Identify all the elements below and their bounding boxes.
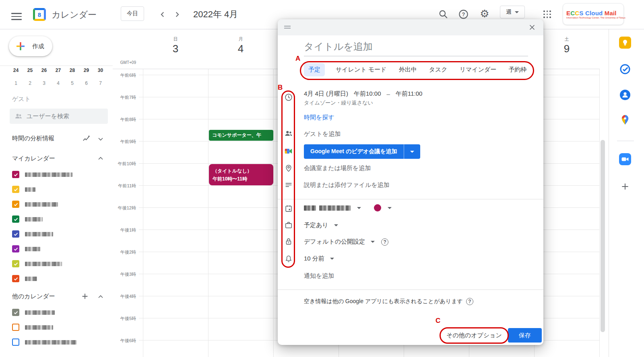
add-meet-button[interactable]: Google Meet のビデオ会議を追加: [304, 144, 420, 159]
maps-icon[interactable]: [619, 113, 632, 126]
calendar-logo-icon[interactable]: 8: [33, 8, 46, 21]
visibility-help-icon[interactable]: ?: [381, 238, 388, 246]
my-calendar-row[interactable]: [12, 245, 40, 253]
mini-calendar-day[interactable]: 4: [51, 80, 65, 86]
notification-selector[interactable]: 10 分前: [304, 255, 334, 263]
my-calendar-row[interactable]: [12, 275, 37, 283]
day-number[interactable]: 4: [229, 43, 253, 55]
calendar-checkbox[interactable]: [12, 215, 19, 223]
my-calendars-collapse-icon[interactable]: [97, 154, 105, 162]
mini-calendar-day[interactable]: 5: [65, 80, 79, 86]
search-icon[interactable]: [437, 8, 449, 20]
main-menu-button[interactable]: [11, 11, 22, 22]
my-calendar-row[interactable]: [12, 260, 62, 268]
calendar-checkbox[interactable]: [12, 201, 19, 208]
add-guests-field[interactable]: ゲストを追加: [304, 130, 341, 138]
calendar-owner-row[interactable]: [304, 204, 392, 211]
mini-calendar-day[interactable]: 3: [37, 80, 51, 86]
apps-grid-icon[interactable]: [543, 10, 551, 18]
add-description-field[interactable]: 説明または添付ファイルを追加: [304, 181, 390, 189]
current-date-range[interactable]: 2022年 4月: [193, 8, 238, 21]
calendar-checkbox[interactable]: [12, 339, 19, 346]
mini-calendar-day[interactable]: 2: [23, 80, 37, 86]
calendar-checkbox[interactable]: [12, 275, 19, 282]
close-icon[interactable]: [526, 22, 538, 33]
datetime-row[interactable]: 4月 4日 (月曜日) 午前10:00 – 午前11:00: [304, 90, 422, 98]
end-time[interactable]: 午前11:00: [396, 90, 422, 98]
insights-chevron-down-icon[interactable]: [97, 135, 105, 143]
vertical-scrollbar[interactable]: [601, 140, 605, 332]
mini-calendar-day[interactable]: 28: [65, 68, 79, 73]
contacts-icon[interactable]: [619, 88, 632, 101]
mini-calendar-day[interactable]: 26: [37, 68, 51, 73]
my-calendar-row[interactable]: [12, 185, 35, 193]
day-name: 日: [163, 36, 188, 42]
calendar-checkbox[interactable]: [12, 186, 19, 193]
other-calendar-row[interactable]: [12, 308, 55, 316]
find-time-link[interactable]: 時間を探す: [304, 114, 334, 121]
insights-icon: [82, 134, 91, 143]
calendar-color-dot[interactable]: [374, 204, 381, 211]
other-calendars-collapse-icon[interactable]: [97, 293, 105, 301]
calendar-checkbox[interactable]: [12, 245, 19, 252]
mini-calendar-day[interactable]: 24: [9, 68, 23, 73]
event-untitled[interactable]: （タイトルなし） 午前10時〜11時: [209, 164, 273, 185]
calendar-checkbox[interactable]: [12, 324, 19, 331]
calendar-checkbox[interactable]: [12, 171, 19, 178]
mini-calendar-week-row[interactable]: 24252627282930: [9, 68, 108, 73]
dialog-drag-bar[interactable]: [278, 19, 543, 35]
day-number[interactable]: 3: [163, 43, 188, 55]
help-icon[interactable]: ?: [457, 8, 469, 20]
other-calendar-row[interactable]: [12, 323, 53, 331]
add-notification-link[interactable]: 通知を追加: [304, 272, 334, 280]
add-location-field[interactable]: 会議室または場所を追加: [304, 164, 371, 172]
view-selector[interactable]: 週: [500, 6, 525, 18]
insights-label: 時間の分析情報: [12, 135, 54, 142]
my-calendar-row[interactable]: [12, 215, 43, 223]
guest-search-input[interactable]: ユーザーを検索: [10, 109, 108, 124]
today-button[interactable]: 今日: [121, 6, 144, 21]
app-title: カレンダー: [52, 9, 97, 21]
calendar-checkbox[interactable]: [12, 230, 19, 238]
mini-calendar-day[interactable]: 27: [51, 68, 65, 73]
create-button[interactable]: 作成: [9, 36, 52, 56]
my-calendar-row[interactable]: [12, 170, 72, 178]
settings-gear-icon[interactable]: ⚙: [478, 7, 491, 20]
my-calendar-row[interactable]: [12, 200, 58, 208]
prev-week-icon[interactable]: [157, 9, 168, 20]
chevron-down-icon[interactable]: [357, 207, 361, 209]
chevron-down-icon[interactable]: [388, 207, 392, 209]
mini-calendar-day[interactable]: 1: [9, 80, 23, 86]
my-calendar-row[interactable]: [12, 230, 53, 238]
day-number[interactable]: 9: [555, 43, 579, 55]
meet-dropdown[interactable]: [404, 144, 420, 159]
calendar-checkbox[interactable]: [12, 309, 19, 316]
event-common-supporter[interactable]: コモンサポーター、午: [209, 130, 273, 141]
get-add-ons-icon[interactable]: [619, 180, 632, 193]
next-week-icon[interactable]: [171, 9, 183, 20]
event-date[interactable]: 4月 4日 (月曜日): [304, 90, 348, 98]
start-time[interactable]: 午前10:00: [354, 90, 381, 98]
other-calendar-row[interactable]: [12, 338, 76, 346]
mini-calendar-day[interactable]: 25: [23, 68, 37, 73]
drag-handle-icon[interactable]: [284, 25, 291, 30]
mini-calendar-day[interactable]: 6: [79, 80, 93, 86]
keep-icon[interactable]: [619, 36, 632, 49]
chevron-down-icon: [330, 258, 334, 260]
tasks-icon[interactable]: [619, 63, 632, 76]
event-title-input[interactable]: タイトルを追加: [304, 40, 373, 53]
calendar-checkbox[interactable]: [12, 260, 19, 267]
mini-calendar-day[interactable]: 7: [93, 80, 107, 86]
account-card[interactable]: ECCS Cloud Mail Information Technology C…: [563, 3, 624, 25]
zoom-icon[interactable]: [619, 153, 632, 166]
busy-status-selector[interactable]: 予定あり: [304, 222, 338, 229]
mini-calendar-day[interactable]: 30: [93, 68, 107, 73]
save-button[interactable]: 保存: [508, 328, 542, 343]
mini-calendar-day[interactable]: 29: [79, 68, 93, 73]
add-other-calendar-icon[interactable]: [80, 292, 89, 301]
timezone-recurrence-row[interactable]: タイムゾーン・繰り返さない: [304, 99, 373, 107]
visibility-selector[interactable]: デフォルトの公開設定 ?: [304, 238, 388, 246]
mini-calendar-week-row[interactable]: 1234567: [9, 80, 108, 86]
event-time: 午前10時〜11時: [213, 175, 270, 183]
footer-help-icon[interactable]: ?: [466, 298, 473, 305]
